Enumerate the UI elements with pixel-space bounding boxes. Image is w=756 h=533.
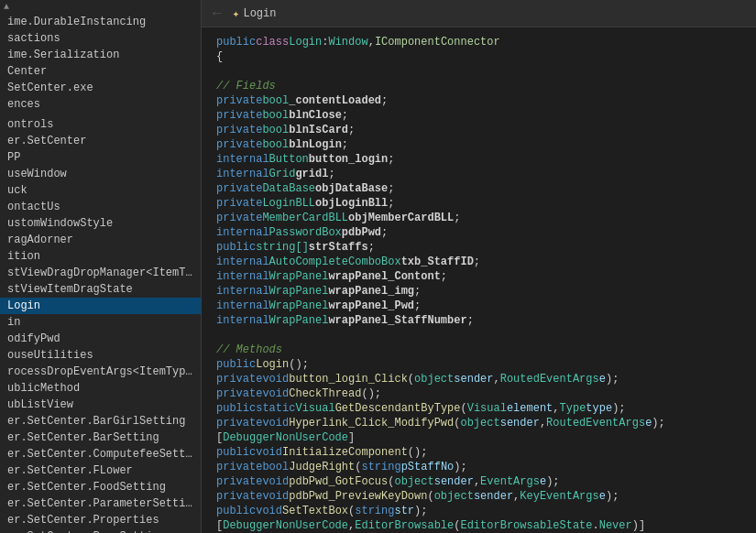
code-line: internal Grid gridl; bbox=[202, 167, 756, 181]
code-line: internal WrapPanel wrapPanel_Contont; bbox=[202, 269, 756, 284]
breadcrumb-title: Login bbox=[243, 7, 276, 20]
sidebar-item-10[interactable]: useWindow bbox=[0, 166, 201, 182]
code-line bbox=[202, 64, 756, 79]
sidebar-item-25[interactable]: er.SetCenter.BarGirlSetting bbox=[0, 413, 201, 430]
sidebar-item-4[interactable]: SetCenter.exe bbox=[0, 80, 201, 96]
sidebar-item-18[interactable]: Login bbox=[0, 298, 201, 314]
code-line: internal PasswordBox pdbPwd; bbox=[202, 225, 756, 240]
sidebar-item-13[interactable]: ustomWindowStyle bbox=[0, 215, 201, 232]
code-line: private bool JudgeRight(string pStaffNo)… bbox=[202, 460, 756, 474]
code-line: public void InitializeComponent(); bbox=[202, 445, 756, 460]
sidebar-item-11[interactable]: uck bbox=[0, 182, 201, 199]
file-icon: ✦ bbox=[233, 6, 240, 21]
sidebar-item-30[interactable]: er.SetCenter.ParameterSetting bbox=[0, 495, 201, 512]
sidebar-item-14[interactable]: ragAdorner bbox=[0, 232, 201, 248]
sidebar-item-23[interactable]: ublicMethod bbox=[0, 380, 201, 397]
code-line: private MemberCardBLL objMemberCardBLL; bbox=[202, 211, 756, 225]
code-line: internal WrapPanel wrapPanel_Pwd; bbox=[202, 299, 756, 313]
sidebar-item-29[interactable]: er.SetCenter.FoodSetting bbox=[0, 479, 201, 495]
sidebar-item-8[interactable]: er.SetCenter bbox=[0, 133, 201, 149]
code-line: private void Hyperlink_Click_ModifyPwd(o… bbox=[202, 416, 756, 430]
sidebar-item-31[interactable]: er.SetCenter.Properties bbox=[0, 512, 201, 528]
code-line: private void CheckThread(); bbox=[202, 386, 756, 401]
sidebar-item-2[interactable]: ime.Serialization bbox=[0, 47, 201, 63]
sidebar-item-12[interactable]: ontactUs bbox=[0, 199, 201, 215]
code-line: private bool blnLogin; bbox=[202, 137, 756, 152]
sidebar-item-15[interactable]: ition bbox=[0, 248, 201, 265]
sidebar: ▲ ime.DurableInstancingsactionsime.Seria… bbox=[0, 0, 202, 533]
code-line bbox=[202, 328, 756, 343]
code-line: private bool blnClose; bbox=[202, 108, 756, 123]
code-line: // Methods bbox=[202, 343, 756, 357]
breadcrumb: ✦ Login bbox=[233, 6, 277, 21]
sidebar-collapse-arrow[interactable]: ▲ bbox=[0, 0, 201, 14]
code-line: public Login(); bbox=[202, 357, 756, 372]
code-line: private bool blnIsCard; bbox=[202, 123, 756, 137]
code-line: internal WrapPanel wrapPanel_StaffNumber… bbox=[202, 313, 756, 328]
code-line: public static Visual GetDescendantByType… bbox=[202, 401, 756, 416]
sidebar-item-28[interactable]: er.SetCenter.FLower bbox=[0, 462, 201, 479]
code-line: private void pdbPwd_PreviewKeyDown(objec… bbox=[202, 489, 756, 504]
sidebar-item-1[interactable]: sactions bbox=[0, 30, 201, 47]
back-button[interactable]: ← bbox=[209, 5, 225, 22]
sidebar-item-0[interactable]: ime.DurableInstancing bbox=[0, 14, 201, 30]
sidebar-item-21[interactable]: ouseUtilities bbox=[0, 347, 201, 364]
sidebar-item-16[interactable]: stViewDragDropManager<ItemType> bbox=[0, 265, 201, 281]
code-line: [DebuggerNonUserCode, EditorBrowsable(Ed… bbox=[202, 518, 756, 533]
code-line: { bbox=[202, 49, 756, 64]
code-line: internal Button button_login; bbox=[202, 152, 756, 167]
code-line: // Fields bbox=[202, 79, 756, 93]
sidebar-item-19[interactable]: in bbox=[0, 314, 201, 331]
code-line: private LoginBLL objLoginBll; bbox=[202, 196, 756, 211]
sidebar-item-24[interactable]: ubListView bbox=[0, 397, 201, 413]
sidebar-item-9[interactable]: PP bbox=[0, 149, 201, 166]
sidebar-item-20[interactable]: odifyPwd bbox=[0, 331, 201, 347]
main-editor: ← ✦ Login public class Login : Window, I… bbox=[202, 0, 756, 533]
code-line: private DataBase objDataBase; bbox=[202, 181, 756, 196]
sidebar-item-3[interactable]: Center bbox=[0, 63, 201, 80]
code-line: internal WrapPanel wrapPanel_img; bbox=[202, 284, 756, 299]
sidebar-item-22[interactable]: rocessDropEventArgs<ItemType> bbox=[0, 364, 201, 380]
topbar: ← ✦ Login bbox=[202, 0, 756, 27]
code-line: internal AutoCompleteComboBox txb_StaffI… bbox=[202, 255, 756, 269]
sidebar-item-27[interactable]: er.SetCenter.ComputefeeSetting bbox=[0, 446, 201, 462]
arrow-up-icon: ▲ bbox=[4, 2, 9, 12]
code-line: private bool _contentLoaded; bbox=[202, 93, 756, 108]
sidebar-item-7[interactable]: ontrols bbox=[0, 116, 201, 133]
code-line: public class Login : Window, IComponentC… bbox=[202, 35, 756, 49]
code-line: private void button_login_Click(object s… bbox=[202, 372, 756, 386]
code-line: public void SetTextBox(string str); bbox=[202, 504, 756, 518]
code-line: [DebuggerNonUserCode] bbox=[202, 430, 756, 445]
code-line: private void pdbPwd_GotFocus(object send… bbox=[202, 474, 756, 489]
sidebar-item-5[interactable]: ences bbox=[0, 96, 201, 113]
sidebar-item-17[interactable]: stViewItemDragState bbox=[0, 281, 201, 298]
sidebar-item-32[interactable]: er.SetCenter.RoomSetting bbox=[0, 528, 201, 533]
sidebar-item-26[interactable]: er.SetCenter.BarSetting bbox=[0, 430, 201, 446]
code-editor[interactable]: public class Login : Window, IComponentC… bbox=[202, 27, 756, 533]
code-line: public string[] strStaffs; bbox=[202, 240, 756, 255]
